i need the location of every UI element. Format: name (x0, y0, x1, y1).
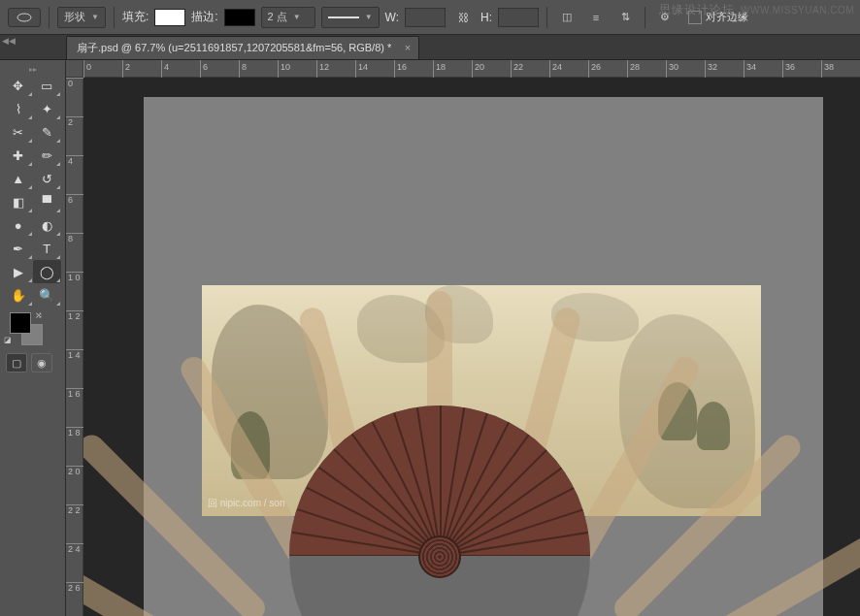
swap-colors-icon[interactable]: ⤭ (35, 310, 43, 320)
ruler-tick: 2 (66, 116, 83, 127)
ruler-tick: 34 (744, 60, 756, 78)
svg-point-0 (17, 14, 31, 21)
dodge-tool[interactable]: ◐ (33, 213, 62, 237)
magic-wand-tool[interactable]: ✦ (33, 97, 62, 120)
link-icon[interactable]: ⛓ (451, 7, 475, 28)
ruler-tick: 8 (66, 233, 83, 243)
shape-mode-label: 形状 (64, 10, 85, 24)
arrange-icon[interactable]: ⇅ (613, 7, 637, 28)
shape-mode-dropdown[interactable]: 形状 ▼ (57, 7, 106, 28)
width-label: W: (385, 11, 399, 24)
ruler-tick: 16 (394, 60, 407, 78)
eraser-tool[interactable]: ◧ (4, 190, 33, 213)
ruler-tick: 18 (433, 60, 446, 78)
stroke-line-icon (328, 12, 359, 23)
foreground-color-swatch[interactable] (10, 312, 31, 334)
quickmask-mode-button[interactable]: ◉ (31, 353, 52, 373)
type-tool[interactable]: T (33, 237, 62, 260)
pen-tool[interactable]: ✒ (4, 237, 33, 260)
ruler-tick: 0 (83, 60, 91, 78)
ruler-tick: 6 (66, 194, 83, 205)
default-colors-icon[interactable]: ◪ (4, 336, 12, 344)
vertical-ruler[interactable]: 024681 01 21 41 61 82 02 22 42 6 (66, 78, 83, 616)
hand-tool[interactable]: ✋ (4, 283, 33, 307)
chevron-down-icon: ▼ (365, 13, 373, 21)
ruler-tick: 1 4 (66, 349, 83, 360)
ruler-tick: 20 (472, 60, 484, 78)
height-label: H: (480, 11, 492, 24)
ruler-tick: 26 (588, 60, 601, 78)
brand-url: WWW.MISSYUAN.COM (741, 5, 854, 16)
height-input[interactable] (498, 8, 539, 27)
ruler-tick: 10 (278, 60, 290, 78)
collapse-handle-icon[interactable]: ◀◀ (0, 36, 17, 46)
standard-mode-button[interactable]: ▢ (6, 353, 27, 373)
stroke-style-dropdown[interactable]: ▼ (321, 7, 380, 28)
shape-tool[interactable]: ◯ (33, 260, 62, 283)
ruler-tick: 2 2 (66, 504, 83, 515)
chevron-down-icon: ▼ (91, 13, 99, 21)
ruler-tick: 0 (66, 78, 83, 88)
ruler-tick: 1 8 (66, 427, 83, 438)
gradient-tool[interactable]: ▀ (33, 190, 62, 213)
ruler-tick: 4 (161, 60, 169, 78)
document-tab-title: 扇子.psd @ 67.7% (u=2511691857,1207205581&… (77, 41, 391, 55)
fill-swatch[interactable] (154, 9, 185, 26)
ruler-tick: 12 (316, 60, 329, 78)
pathops-icon[interactable]: ◫ (555, 7, 579, 28)
align-icon[interactable]: ≡ (584, 7, 608, 28)
color-picker: ⤭ ◪ (0, 307, 65, 349)
ruler-tick: 6 (200, 60, 208, 78)
crop-tool[interactable]: ✂ (4, 120, 33, 144)
blur-tool[interactable]: ● (4, 213, 33, 237)
ruler-tick: 2 0 (66, 466, 83, 476)
ruler-tick: 2 6 (66, 582, 83, 593)
image-watermark: 回 nipic.com / son (208, 497, 284, 510)
document-tab-bar: ◀◀ 扇子.psd @ 67.7% (u=2511691857,12072055… (0, 35, 860, 60)
stroke-label: 描边: (191, 9, 217, 25)
ruler-tick: 4 (66, 155, 83, 166)
document-tab[interactable]: 扇子.psd @ 67.7% (u=2511691857,1207205581&… (66, 36, 419, 59)
ruler-tick: 8 (239, 60, 247, 78)
ruler-tick: 1 6 (66, 388, 83, 399)
ruler-tick: 24 (549, 60, 562, 78)
brush-tool[interactable]: ✏ (33, 144, 62, 167)
ruler-tick: 36 (782, 60, 795, 78)
stroke-swatch[interactable] (224, 9, 255, 26)
lasso-tool[interactable]: ⌇ (4, 97, 33, 120)
move-tool[interactable]: ✥ (4, 74, 33, 97)
brand-cn: 思缘设计论坛 (659, 2, 735, 18)
fan-hub (418, 535, 461, 578)
watermark-brand: 思缘设计论坛 WWW.MISSYUAN.COM (659, 2, 854, 18)
chevron-down-icon: ▼ (293, 13, 301, 21)
toolbox: ▸▸ ✥▭⌇✦✂✎✚✏▲↺◧▀●◐✒T▶◯✋🔍 ⤭ ◪ ▢ ◉ (0, 60, 66, 616)
stroke-width-dropdown[interactable]: 2 点 ▼ (261, 7, 315, 28)
ruler-tick: 32 (705, 60, 717, 78)
close-icon[interactable]: × (405, 42, 411, 53)
history-brush-tool[interactable]: ↺ (33, 167, 62, 190)
ruler-tick: 1 0 (66, 272, 83, 282)
width-input[interactable] (405, 8, 446, 27)
path-select-tool[interactable]: ▶ (4, 260, 33, 283)
canvas-viewport[interactable]: 回 nipic.com / son (83, 78, 860, 616)
tool-preset-picker[interactable] (8, 8, 41, 27)
horizontal-ruler[interactable]: 02468101214161820222426283032343638 (83, 60, 860, 78)
ruler-tick: 28 (627, 60, 640, 78)
ruler-tick: 30 (666, 60, 678, 78)
healing-tool[interactable]: ✚ (4, 144, 33, 167)
eyedropper-tool[interactable]: ✎ (33, 120, 62, 144)
zoom-tool[interactable]: 🔍 (33, 283, 62, 307)
edit-mode-group: ▢ ◉ (0, 349, 65, 376)
artboard: 回 nipic.com / son (144, 97, 823, 616)
ruler-origin[interactable] (66, 60, 83, 78)
ruler-tick: 22 (511, 60, 523, 78)
ruler-tick: 38 (821, 60, 834, 78)
marquee-tool[interactable]: ▭ (33, 74, 62, 97)
ruler-tick: 2 (122, 60, 130, 78)
ruler-tick: 1 2 (66, 310, 83, 321)
stroke-width-value: 2 点 (268, 10, 287, 24)
stamp-tool[interactable]: ▲ (4, 167, 33, 190)
ruler-tick: 14 (355, 60, 368, 78)
toolbox-drag-handle[interactable]: ▸▸ (0, 64, 65, 74)
ruler-tick: 2 4 (66, 543, 83, 554)
